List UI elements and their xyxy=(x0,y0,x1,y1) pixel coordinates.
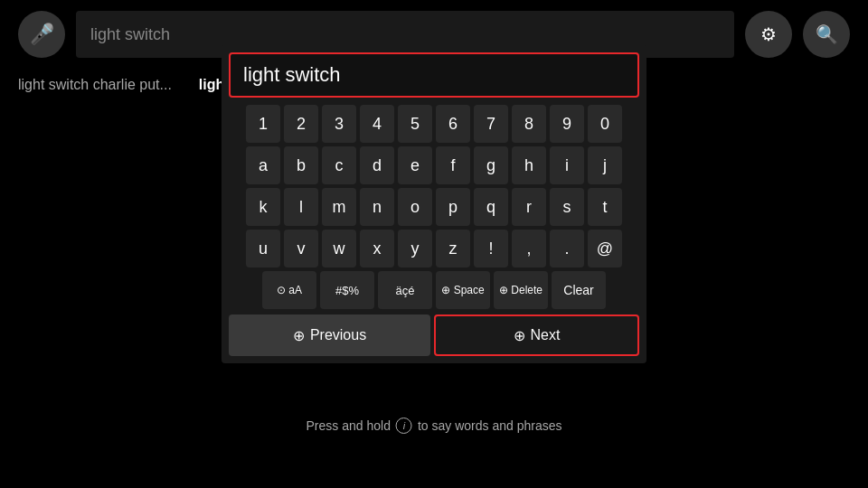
hint-suffix: to say words and phrases xyxy=(418,418,562,433)
key-e[interactable]: e xyxy=(398,146,432,184)
key-d[interactable]: d xyxy=(360,146,394,184)
prev-icon: ⊕ xyxy=(293,327,305,344)
keyboard-row-aj: a b c d e f g h i j xyxy=(229,146,639,184)
key-1[interactable]: 1 xyxy=(246,105,280,143)
key-2[interactable]: 2 xyxy=(284,105,318,143)
hint-text: Press and hold i to say words and phrase… xyxy=(307,418,562,434)
search-button[interactable]: 🔍 xyxy=(803,11,850,58)
key-c[interactable]: c xyxy=(322,146,356,184)
key-g[interactable]: g xyxy=(474,146,508,184)
key-clear[interactable]: Clear xyxy=(552,271,606,309)
keyboard-nav-row: ⊕ Previous ⊕ Next xyxy=(229,314,639,356)
key-3[interactable]: 3 xyxy=(322,105,356,143)
key-k[interactable]: k xyxy=(246,188,280,226)
next-icon: ⊕ xyxy=(514,327,525,344)
keyboard-overlay: 1 2 3 4 5 6 7 8 9 0 a b c d e f g h i j … xyxy=(222,45,646,363)
key-f[interactable]: f xyxy=(436,146,470,184)
mic-button[interactable]: 🎤 xyxy=(18,11,65,58)
key-capslock[interactable]: ⊙ aA xyxy=(262,271,316,309)
keyboard-special-row: ⊙ aA #$% äçé ⊕ Space ⊕ Delete Clear xyxy=(229,271,639,309)
key-n[interactable]: n xyxy=(360,188,394,226)
key-x[interactable]: x xyxy=(360,230,394,267)
key-t[interactable]: t xyxy=(588,188,622,226)
key-z[interactable]: z xyxy=(436,230,470,267)
key-8[interactable]: 8 xyxy=(512,105,546,143)
key-j[interactable]: j xyxy=(588,146,622,184)
search-icon: 🔍 xyxy=(816,23,838,45)
gear-icon: ⚙ xyxy=(760,23,777,45)
key-a[interactable]: a xyxy=(246,146,280,184)
keyboard-input-row xyxy=(229,52,639,98)
key-period[interactable]: . xyxy=(550,230,584,267)
keyboard-row-usym: u v w x y z ! , . @ xyxy=(229,230,639,267)
mic-icon: 🎤 xyxy=(30,23,54,46)
key-space[interactable]: ⊕ Space xyxy=(436,271,490,309)
suggestion-item[interactable]: light switch charlie put... xyxy=(18,77,172,93)
key-s[interactable]: s xyxy=(550,188,584,226)
settings-button[interactable]: ⚙ xyxy=(745,11,792,58)
key-b[interactable]: b xyxy=(284,146,318,184)
key-comma[interactable]: , xyxy=(512,230,546,267)
key-p[interactable]: p xyxy=(436,188,470,226)
keyboard-row-kt: k l m n o p q r s t xyxy=(229,188,639,226)
key-r[interactable]: r xyxy=(512,188,546,226)
key-q[interactable]: q xyxy=(474,188,508,226)
key-exclaim[interactable]: ! xyxy=(474,230,508,267)
key-u[interactable]: u xyxy=(246,230,280,267)
key-4[interactable]: 4 xyxy=(360,105,394,143)
keyboard-text-input[interactable] xyxy=(229,52,639,98)
key-m[interactable]: m xyxy=(322,188,356,226)
key-0[interactable]: 0 xyxy=(588,105,622,143)
next-label: Next xyxy=(531,327,561,343)
previous-label: Previous xyxy=(310,327,366,343)
info-icon: i xyxy=(396,418,412,434)
key-at[interactable]: @ xyxy=(588,230,622,267)
key-h[interactable]: h xyxy=(512,146,546,184)
previous-button[interactable]: ⊕ Previous xyxy=(229,314,430,356)
key-v[interactable]: v xyxy=(284,230,318,267)
key-l[interactable]: l xyxy=(284,188,318,226)
key-9[interactable]: 9 xyxy=(550,105,584,143)
keyboard-numbers-row: 1 2 3 4 5 6 7 8 9 0 xyxy=(229,105,639,143)
next-button[interactable]: ⊕ Next xyxy=(434,314,639,356)
key-5[interactable]: 5 xyxy=(398,105,432,143)
key-i[interactable]: i xyxy=(550,146,584,184)
key-y[interactable]: y xyxy=(398,230,432,267)
key-o[interactable]: o xyxy=(398,188,432,226)
key-6[interactable]: 6 xyxy=(436,105,470,143)
key-accents[interactable]: äçé xyxy=(378,271,432,309)
key-w[interactable]: w xyxy=(322,230,356,267)
key-7[interactable]: 7 xyxy=(474,105,508,143)
key-symbols[interactable]: #$% xyxy=(320,271,374,309)
hint-press: Press and hold xyxy=(307,418,391,433)
key-delete[interactable]: ⊕ Delete xyxy=(494,271,548,309)
